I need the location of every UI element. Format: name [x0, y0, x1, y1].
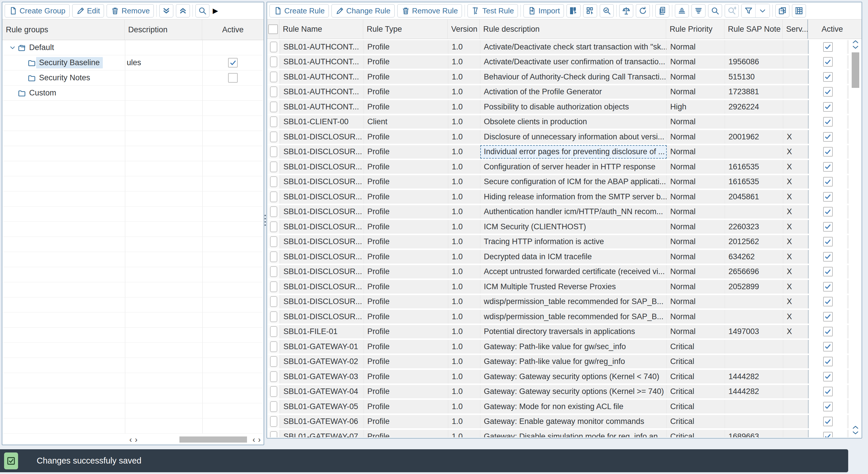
- column-header-active[interactable]: Active: [202, 20, 264, 40]
- group-active-checkbox[interactable]: [228, 58, 238, 68]
- cell-version[interactable]: 1.0: [448, 85, 480, 99]
- cell-version[interactable]: 1.0: [448, 100, 480, 114]
- cell-version[interactable]: 1.0: [448, 55, 480, 69]
- cell-rule-priority[interactable]: Normal: [667, 295, 725, 309]
- cell-rule-sap-note[interactable]: 2260323: [725, 220, 783, 234]
- cell-rule-sap-note[interactable]: 2045861: [725, 190, 783, 204]
- cell-rule-priority[interactable]: Critical: [667, 400, 725, 413]
- cell-serv[interactable]: X: [783, 295, 809, 309]
- cell-version[interactable]: 1.0: [448, 325, 480, 339]
- active-checkbox[interactable]: [823, 297, 833, 306]
- cell-version[interactable]: 1.0: [448, 220, 480, 234]
- active-checkbox[interactable]: [823, 252, 833, 262]
- create-group-button[interactable]: Create Group: [5, 4, 70, 18]
- cell-serv[interactable]: X: [783, 220, 809, 234]
- cell-rule-description[interactable]: Hiding release information from the SMTP…: [480, 190, 667, 204]
- cell-rule-type[interactable]: Profile: [364, 55, 448, 69]
- sort-ascending-button[interactable]: [675, 4, 689, 18]
- cell-rule-priority[interactable]: Critical: [667, 370, 725, 383]
- cell-rule-priority[interactable]: Normal: [667, 235, 725, 249]
- cell-version[interactable]: 1.0: [448, 415, 480, 429]
- cell-rule-type[interactable]: Profile: [364, 205, 448, 219]
- deselect-all-button[interactable]: [583, 4, 597, 18]
- cell-rule-priority[interactable]: Normal: [667, 205, 725, 219]
- export-button[interactable]: [775, 4, 789, 18]
- compare-button[interactable]: [619, 4, 633, 18]
- cell-rule-priority[interactable]: Normal: [667, 70, 725, 84]
- cell-version[interactable]: 1.0: [448, 400, 480, 413]
- import-button[interactable]: Import: [523, 4, 564, 18]
- active-checkbox[interactable]: [823, 177, 833, 187]
- cell-version[interactable]: 1.0: [448, 250, 480, 264]
- cell-version[interactable]: 1.0: [448, 295, 480, 309]
- cell-serv[interactable]: X: [783, 175, 809, 189]
- active-checkbox[interactable]: [823, 87, 833, 97]
- tree-cell[interactable]: Security Notes: [3, 70, 125, 85]
- cell-rule-description[interactable]: Gateway: Gateway security options (Kerne…: [480, 385, 667, 399]
- row-selector[interactable]: [270, 266, 277, 277]
- active-checkbox[interactable]: [823, 342, 833, 351]
- column-header-description[interactable]: Description: [125, 20, 202, 40]
- cell-rule-priority[interactable]: Critical: [667, 415, 725, 429]
- cell-rule-priority[interactable]: Critical: [667, 430, 725, 437]
- cell-rule-name[interactable]: SBL01-DISCLOSUR...: [280, 205, 364, 219]
- cell-rule-priority[interactable]: Critical: [667, 355, 725, 369]
- active-checkbox[interactable]: [823, 387, 833, 396]
- row-selector[interactable]: [270, 371, 277, 382]
- cell-serv[interactable]: X: [783, 280, 809, 294]
- cell-rule-sap-note[interactable]: [725, 40, 783, 54]
- cell-version[interactable]: 1.0: [448, 160, 480, 174]
- row-selector[interactable]: [270, 236, 277, 247]
- cell-rule-type[interactable]: Profile: [364, 340, 448, 353]
- filter-dropdown-button[interactable]: [755, 4, 770, 18]
- row-selector[interactable]: [270, 116, 277, 127]
- scroll-right-chevrons[interactable]: ‹ ›: [252, 436, 261, 444]
- sort-descending-button[interactable]: [691, 4, 706, 18]
- cell-rule-name[interactable]: SBL01-DISCLOSUR...: [280, 220, 364, 234]
- row-selector[interactable]: [270, 296, 277, 307]
- cell-serv[interactable]: [783, 40, 809, 54]
- row-selector[interactable]: [270, 311, 277, 322]
- tree-expander[interactable]: [7, 44, 18, 52]
- cell-rule-type[interactable]: Profile: [364, 415, 448, 429]
- edit-group-button[interactable]: Edit: [72, 4, 104, 18]
- cell-serv[interactable]: [783, 340, 809, 353]
- cell-rule-name[interactable]: SBL01-DISCLOSUR...: [280, 175, 364, 189]
- cell-serv[interactable]: X: [783, 265, 809, 279]
- search-check-button[interactable]: [600, 4, 614, 18]
- cell-rule-description[interactable]: Tracing HTTP information is active: [480, 235, 667, 249]
- row-selector[interactable]: [270, 87, 277, 97]
- active-checkbox[interactable]: [823, 57, 833, 67]
- cell-rule-priority[interactable]: High: [667, 100, 725, 114]
- cell-version[interactable]: 1.0: [448, 265, 480, 279]
- row-selector[interactable]: [270, 326, 277, 337]
- scroll-up-chevron-bottom[interactable]: [851, 425, 860, 430]
- cell-version[interactable]: 1.0: [448, 340, 480, 353]
- cell-rule-priority[interactable]: Normal: [667, 160, 725, 174]
- cell-serv[interactable]: [783, 70, 809, 84]
- active-checkbox[interactable]: [823, 402, 833, 411]
- cell-rule-sap-note[interactable]: [725, 205, 783, 219]
- cell-rule-type[interactable]: Client: [364, 115, 448, 129]
- row-selector[interactable]: [270, 431, 277, 437]
- row-selector[interactable]: [270, 42, 277, 53]
- row-selector[interactable]: [270, 57, 277, 67]
- cell-rule-sap-note[interactable]: [725, 340, 783, 353]
- column-header-rule-name[interactable]: Rule Name: [279, 20, 363, 39]
- remove-group-button[interactable]: Remove: [106, 4, 154, 18]
- cell-rule-sap-note[interactable]: [725, 115, 783, 129]
- cell-rule-sap-note[interactable]: 2052899: [725, 280, 783, 294]
- cell-rule-description[interactable]: Obsolete clients in production: [480, 115, 667, 129]
- cell-rule-sap-note[interactable]: 1689663: [725, 430, 783, 437]
- cell-version[interactable]: 1.0: [448, 205, 480, 219]
- cell-rule-name[interactable]: SBL01-GATEWAY-04: [280, 385, 364, 399]
- cell-rule-description[interactable]: Configuration of server header in HTTP r…: [480, 160, 667, 174]
- cell-version[interactable]: 1.0: [448, 130, 480, 144]
- active-checkbox[interactable]: [823, 417, 833, 426]
- cell-rule-type[interactable]: Profile: [364, 385, 448, 399]
- row-selector[interactable]: [270, 102, 277, 112]
- cell-rule-sap-note[interactable]: 1616535: [725, 175, 783, 189]
- cell-rule-type[interactable]: Profile: [364, 310, 448, 324]
- expand-all-button[interactable]: [159, 4, 173, 18]
- copy-button[interactable]: [655, 4, 669, 18]
